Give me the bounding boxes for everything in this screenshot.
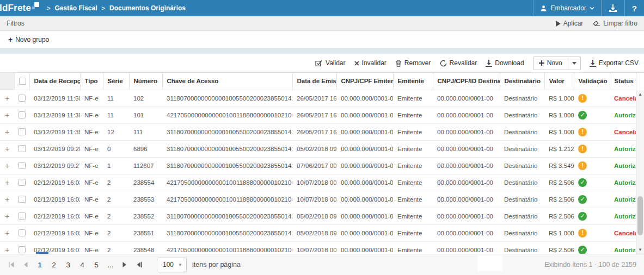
page-4-button[interactable]: 4: [75, 258, 89, 272]
cell-status: Autorizado: [610, 208, 636, 224]
last-page-button[interactable]: [132, 258, 146, 272]
row-checkbox[interactable]: [19, 145, 26, 152]
header-cnpj-destinatario[interactable]: CNPJ/CPF/ID Destinatário: [433, 73, 500, 90]
cell-cnpj-destinatario: 00.000.000/0001-00: [433, 208, 500, 224]
cell-cnpj-emitente: 00.000.000/0001-00: [336, 208, 393, 224]
header-numero[interactable]: Número: [129, 73, 162, 90]
header-validacao[interactable]: Validação: [574, 73, 610, 90]
expand-row-button[interactable]: +: [0, 140, 14, 157]
row-checkbox[interactable]: [19, 196, 26, 203]
download-button[interactable]: Download: [486, 59, 524, 67]
header-cnpj-emitente[interactable]: CNPJ/CPF Emitente: [336, 73, 393, 90]
row-checkbox[interactable]: [19, 128, 26, 135]
expand-row-button[interactable]: +: [0, 191, 14, 208]
page-size-select[interactable]: 100 ▼: [157, 258, 187, 272]
cell-emitente: Emitente: [393, 224, 433, 241]
header-valor[interactable]: Valor: [544, 73, 574, 90]
export-csv-button[interactable]: Exportar CSV: [590, 59, 639, 67]
header-emitente[interactable]: Emitente: [393, 73, 433, 90]
row-checkbox[interactable]: [19, 246, 26, 253]
next-page-button[interactable]: [118, 258, 132, 272]
plus-icon: +: [8, 36, 13, 43]
cell-serie: 11: [103, 90, 129, 107]
expand-row-button[interactable]: +: [0, 241, 14, 254]
user-menu-embarcador[interactable]: Embarcador: [533, 0, 600, 16]
header-serie[interactable]: Série: [103, 73, 129, 90]
header-chave-acesso[interactable]: Chave de Acesso: [162, 73, 292, 90]
validation-ok-icon: ✓: [578, 195, 587, 204]
help-button[interactable]: ?: [624, 0, 644, 16]
row-checkbox[interactable]: [19, 111, 26, 118]
row-checkbox[interactable]: [19, 95, 26, 102]
header-status[interactable]: Status: [610, 73, 636, 90]
cell-status: Autorizado: [610, 157, 636, 174]
expand-row-button[interactable]: +: [0, 90, 14, 107]
cell-status: Autorizado: [610, 107, 636, 123]
expand-row-button[interactable]: +: [0, 224, 14, 241]
revalidate-button[interactable]: Revalidar: [440, 59, 477, 67]
invalidate-button[interactable]: Invalidar: [354, 59, 387, 67]
table-row: + 03/12/2019 09:28 NF-e 0 6896 311807000…: [0, 140, 636, 157]
header-tipo[interactable]: Tipo: [80, 73, 103, 90]
header-data-emissao[interactable]: Data de Emissão: [292, 73, 336, 90]
expand-row-button[interactable]: +: [0, 208, 14, 224]
clear-filters-button[interactable]: Limpar filtro: [593, 20, 637, 27]
cell-cnpj-destinatario: 00.000.000/0001-00: [433, 191, 500, 208]
header-data-recepcao[interactable]: Data de Recepção↓: [29, 73, 80, 90]
cell-valor: R$ 2.506,86: [544, 208, 574, 224]
filters-panel-header: Filtros Aplicar Limpar filtro: [0, 16, 644, 31]
cell-cnpj-emitente: 00.000.000/0001-00: [336, 224, 393, 241]
cell-tipo: NF-e: [80, 107, 103, 123]
cell-validacao: !: [574, 123, 610, 140]
row-checkbox[interactable]: [19, 229, 26, 236]
cell-emitente: Emitente: [393, 123, 433, 140]
cell-status: Autorizado: [610, 140, 636, 157]
downloads-button[interactable]: [601, 0, 624, 16]
cell-cnpj-destinatario: 00.000.000/0001-00: [433, 241, 500, 254]
top-navigation-bar: ldFrete > Gestão Fiscal > Documentos Ori…: [0, 0, 644, 16]
table-row: + 02/12/2019 16:03 NF-e 2 238554 4217050…: [0, 174, 636, 191]
validation-warning-icon: !: [578, 145, 587, 153]
scroll-down-arrow-icon[interactable]: ▼: [636, 246, 644, 254]
row-checkbox[interactable]: [19, 179, 26, 186]
new-group-button[interactable]: + Novo grupo: [8, 36, 49, 43]
cell-chave-acesso: 3118070000000000010055002000238550142941…: [162, 157, 292, 174]
cell-status: Autorizado: [610, 174, 636, 191]
more-pages-button[interactable]: ...: [103, 261, 118, 269]
page-5-button[interactable]: 5: [89, 258, 103, 272]
first-page-button[interactable]: [4, 258, 19, 272]
cell-emitente: Emitente: [393, 241, 433, 254]
expand-row-button[interactable]: +: [0, 107, 14, 123]
validate-button[interactable]: Validar: [315, 59, 345, 67]
cell-validacao: ✓: [574, 191, 610, 208]
row-checkbox[interactable]: [19, 212, 26, 220]
row-select-cell: [14, 140, 29, 157]
row-checkbox[interactable]: [19, 162, 26, 169]
breadcrumb-item-documentos-originarios[interactable]: Documentos Originários: [109, 4, 186, 12]
chevron-down-icon: [590, 7, 594, 10]
topbar-actions: Embarcador ?: [533, 0, 644, 16]
expand-row-button[interactable]: +: [0, 174, 14, 191]
select-all-checkbox[interactable]: [19, 78, 26, 85]
remove-label: Remover: [404, 59, 431, 67]
page-3-button[interactable]: 3: [61, 258, 75, 272]
cell-emitente: Emitente: [393, 107, 433, 123]
cell-serie: 2: [103, 208, 129, 224]
page-1-button[interactable]: 1: [33, 258, 47, 272]
remove-button[interactable]: Remover: [395, 59, 431, 67]
new-button[interactable]: Novo: [533, 57, 568, 70]
cell-numero: 112607: [129, 157, 162, 174]
apply-filters-button[interactable]: Aplicar: [555, 20, 584, 27]
scroll-up-arrow-icon[interactable]: ▲: [636, 90, 644, 98]
breadcrumb-item-gestao-fiscal[interactable]: Gestão Fiscal: [55, 4, 97, 12]
header-destinatario[interactable]: Destinatário: [500, 73, 544, 90]
previous-page-button[interactable]: [19, 258, 33, 272]
page-2-button[interactable]: 2: [47, 258, 61, 272]
cell-cnpj-emitente: 00.000.000/0001-00: [336, 191, 393, 208]
cell-data-emissao: 10/07/2018 00:00: [292, 241, 336, 254]
expand-row-button[interactable]: +: [0, 157, 14, 174]
vertical-scrollbar[interactable]: ▲ ▼: [636, 90, 644, 254]
scrollbar-thumb[interactable]: [637, 196, 643, 235]
expand-row-button[interactable]: +: [0, 123, 14, 140]
new-dropdown-button[interactable]: [568, 57, 580, 70]
